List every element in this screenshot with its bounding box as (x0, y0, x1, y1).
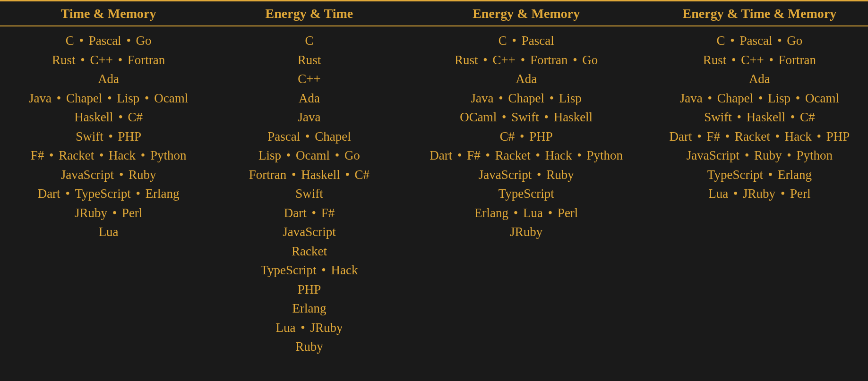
rank-line: TypeScript • Erlang (651, 165, 868, 185)
bullet-separator: • (766, 53, 777, 67)
bullet-separator: • (133, 186, 144, 201)
rank-line: Java (217, 108, 401, 127)
rank-line: Ada (0, 69, 217, 89)
lang-label: Java (29, 91, 52, 105)
column-body-et: CRustC++AdaJavaPascal • ChapelLisp • Oca… (217, 31, 401, 356)
lang-label: Erlang (292, 301, 326, 315)
bullet-separator: • (509, 34, 520, 48)
bullet-separator: • (517, 53, 528, 67)
lang-label: JavaScript (687, 148, 739, 162)
lang-label: Dart (430, 148, 452, 162)
bullet-separator: • (342, 168, 353, 182)
rank-line: Java • Chapel • Lisp (402, 89, 651, 108)
lang-label: JRuby (743, 186, 775, 201)
lang-label: C (305, 34, 313, 48)
lang-label: Python (797, 148, 833, 162)
bullet-separator: • (332, 148, 343, 162)
lang-label: Lisp (258, 148, 281, 162)
lang-label: Pascal (739, 34, 772, 48)
rank-line: JavaScript (217, 222, 401, 242)
bullet-separator: • (138, 148, 148, 162)
lang-label: Haskell (554, 110, 593, 124)
rank-line: PHP (217, 280, 401, 299)
bullet-separator: • (141, 91, 152, 105)
rank-line: TypeScript • Hack (217, 261, 401, 280)
bullet-separator: • (96, 148, 107, 162)
rank-line: Swift • PHP (0, 127, 217, 146)
lang-label: Lua (708, 186, 728, 201)
lang-label: Perl (790, 186, 811, 201)
lang-label: Dart (669, 129, 692, 144)
lang-label: C# (128, 110, 143, 124)
lang-label: Perl (122, 206, 143, 220)
bullet-separator: • (533, 168, 544, 182)
lang-label: Chapel (66, 91, 102, 105)
bullet-separator: • (77, 53, 88, 67)
bullet-separator: • (705, 91, 715, 105)
rank-line: C++ (217, 69, 401, 89)
lang-label: Rust (52, 53, 76, 67)
lang-label: Lisp (768, 91, 791, 105)
rank-line: JavaScript • Ruby (402, 165, 651, 185)
bullet-separator: • (109, 206, 120, 220)
bullet-separator: • (302, 129, 313, 144)
lang-label: Ocaml (296, 148, 330, 162)
lang-label: Fortran (128, 53, 165, 67)
lang-label: Haskell (301, 168, 340, 182)
lang-label: Fortran (249, 168, 286, 182)
rank-line: C • Pascal • Go (0, 31, 217, 51)
rank-line: Pascal • Chapel (217, 127, 401, 146)
lang-label: C++ (492, 53, 515, 67)
bullet-separator: • (569, 53, 580, 67)
bullet-separator: • (546, 91, 557, 105)
lang-label: Ocaml (805, 91, 839, 105)
lang-label: Python (150, 148, 187, 162)
bullet-separator: • (76, 34, 87, 48)
lang-label: PHP (298, 282, 321, 296)
column-body-etm: C • Pascal • GoRust • C++ • FortranAdaJa… (651, 31, 868, 356)
bullet-separator: • (482, 148, 493, 162)
bullet-separator: • (734, 110, 745, 124)
lang-label: Racket (292, 244, 327, 258)
lang-label: Go (136, 34, 152, 48)
lang-label: Chapel (717, 91, 753, 105)
lang-label: JRuby (510, 225, 542, 239)
bullet-separator: • (104, 91, 115, 105)
lang-label: Hack (109, 148, 136, 162)
bullet-separator: • (784, 148, 795, 162)
lang-label: Swift (511, 110, 539, 124)
header-text: Energy & Memory (473, 6, 580, 21)
bullet-separator: • (792, 91, 803, 105)
rank-line: JRuby • Perl (0, 203, 217, 223)
rank-line: Rust • C++ • Fortran (651, 51, 868, 70)
rank-line: Fortran • Haskell • C# (217, 165, 401, 185)
lang-label: Rust (455, 53, 478, 67)
lang-label: Rust (703, 53, 727, 67)
bullet-separator: • (787, 110, 798, 124)
lang-label: Ada (749, 72, 770, 86)
lang-label: F# (321, 206, 335, 220)
bullet-separator: • (727, 34, 738, 48)
lang-label: Go (582, 53, 598, 67)
rank-line: Haskell • C# (0, 108, 217, 127)
header-text: Energy & Time (266, 6, 353, 21)
column-header-tm: Time & Memory (0, 4, 217, 23)
column-body-tm: C • Pascal • GoRust • C++ • FortranAdaJa… (0, 31, 217, 356)
lang-label: Python (587, 148, 623, 162)
ranking-table: Time & Memory Energy & Time Energy & Mem… (0, 0, 868, 356)
lang-label: PHP (826, 129, 850, 144)
lang-label: TypeScript (707, 168, 763, 182)
lang-label: Dart (38, 186, 60, 201)
lang-label: JavaScript (283, 225, 335, 239)
bullet-separator: • (498, 110, 509, 124)
rank-line: Lisp • Ocaml • Go (217, 146, 401, 165)
header-row: Time & Memory Energy & Time Energy & Mem… (0, 1, 868, 26)
column-body-em: C • PascalRust • C++ • Fortran • GoAdaJa… (402, 31, 651, 356)
bullet-separator: • (62, 186, 73, 201)
lang-label: Fortran (530, 53, 567, 67)
bullet-separator: • (730, 186, 741, 201)
lang-label: PHP (529, 129, 553, 144)
lang-label: Ruby (129, 168, 156, 182)
lang-label: Java (471, 91, 493, 105)
lang-label: Dart (284, 206, 307, 220)
